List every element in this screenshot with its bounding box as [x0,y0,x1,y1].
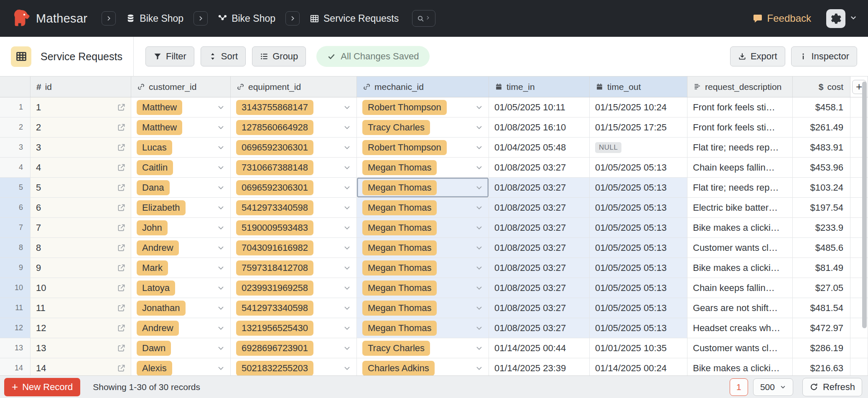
cell-request_description[interactable]: Front fork feels sti… [687,117,793,137]
vertical-scrollbar[interactable] [862,82,867,328]
cell-request_description[interactable]: Chain keeps fallin… [687,278,793,298]
cell-time_out[interactable]: 01/15/2025 17:25 [590,117,687,137]
cell-mechanic_id[interactable]: Megan Thomas [357,198,489,217]
cell-cost[interactable]: $27.05 [793,278,850,298]
breadcrumb-database[interactable]: Bike Shop [122,10,188,27]
cell-request_description[interactable]: Customer wants cl… [687,338,793,358]
cell-customer_id[interactable]: Latoya [131,278,231,298]
cell-customer_id[interactable]: Mark [131,258,231,278]
fk-value-pill[interactable]: 5021832255203 [236,361,313,376]
fk-value-pill[interactable]: 5412973340598 [236,200,313,215]
cell-time_out[interactable]: NULL [590,138,687,157]
cell-time_out[interactable]: 01/05/2025 05:13 [590,318,687,338]
row-number-header[interactable] [0,77,31,97]
column-header-time_out[interactable]: time_out [590,77,687,97]
cell-cost[interactable]: $481.54 [793,298,850,318]
row-number[interactable]: 14 [0,358,31,375]
cell-mechanic_id[interactable]: Charles Adkins [357,358,489,375]
cell-customer_id[interactable]: Dana [131,178,231,197]
cell-equipment_id[interactable]: 6928696723901 [231,338,357,358]
fk-value-pill[interactable]: Robert Thompson [362,100,447,115]
row-number[interactable]: 4 [0,158,31,177]
fk-value-pill[interactable]: 1278560664928 [236,120,313,135]
cell-mechanic_id[interactable]: Robert Thompson [357,97,489,117]
column-header-mechanic_id[interactable]: mechanic_id [357,77,489,97]
cell-time_in[interactable]: 01/05/2025 10:11 [489,97,590,117]
fk-value-pill[interactable]: Dawn [137,341,171,356]
column-header-cost[interactable]: $cost [793,77,850,97]
cell-request_description[interactable]: Front fork feels sti… [687,97,793,117]
page-size-select[interactable]: 500 [753,378,793,396]
cell-cost[interactable]: $216.63 [793,358,850,375]
fk-value-pill[interactable]: Megan Thomas [362,160,437,175]
brand-name[interactable]: Mathesar [36,12,87,26]
fk-value-pill[interactable]: 5412973340598 [236,301,313,316]
row-number[interactable]: 12 [0,318,31,338]
page-number-button[interactable]: 1 [730,378,748,396]
fk-value-pill[interactable]: Megan Thomas [362,200,437,215]
cell-id[interactable]: 12 [31,318,131,338]
row-number[interactable]: 1 [0,97,31,117]
fk-value-pill[interactable]: Lucas [137,140,172,155]
cell-cost[interactable]: $233.9 [793,218,850,237]
cell-cost[interactable]: $483.91 [793,138,850,157]
fk-value-pill[interactable]: Megan Thomas [362,301,437,316]
cell-id[interactable]: 7 [31,218,131,237]
cell-request_description[interactable]: Gears are not shift… [687,298,793,318]
cell-request_description[interactable]: Chain keeps fallin… [687,158,793,177]
row-number[interactable]: 13 [0,338,31,358]
cell-cost[interactable]: $81.49 [793,258,850,278]
cell-time_in[interactable]: 01/14/2025 00:44 [489,338,590,358]
cell-time_in[interactable]: 01/08/2025 03:27 [489,258,590,278]
cell-time_in[interactable]: 01/08/2025 03:27 [489,198,590,217]
fk-value-pill[interactable]: Andrew [137,321,179,336]
cell-time_in[interactable]: 01/04/2025 05:48 [489,138,590,157]
refresh-button[interactable]: Refresh [802,378,862,396]
cell-cost[interactable]: $103.24 [793,178,850,197]
cell-customer_id[interactable]: Lucas [131,138,231,157]
cell-request_description[interactable]: Bike makes a clicki… [687,218,793,237]
cell-mechanic_id[interactable]: Tracy Charles [357,117,489,137]
cell-time_out[interactable]: 01/05/2025 05:13 [590,258,687,278]
row-number[interactable]: 8 [0,238,31,258]
cell-equipment_id[interactable]: 0239931969258 [231,278,357,298]
cell-time_out[interactable]: 01/05/2025 05:13 [590,178,687,197]
cell-cost[interactable]: $261.49 [793,117,850,137]
cell-time_in[interactable]: 01/14/2025 23:39 [489,358,590,375]
cell-mechanic_id[interactable]: Megan Thomas [357,298,489,318]
fk-value-pill[interactable]: 5190009593483 [236,220,313,235]
fk-value-pill[interactable]: Latoya [137,281,175,296]
fk-value-pill[interactable]: 6928696723901 [236,341,313,356]
cell-id[interactable]: 3 [31,138,131,157]
cell-mechanic_id[interactable]: Robert Thompson [357,138,489,157]
cell-request_description[interactable]: Electric bike batter… [687,198,793,217]
cell-equipment_id[interactable]: 3143755868147 [231,97,357,117]
column-header-request_description[interactable]: request_description [687,77,793,97]
fk-value-pill[interactable]: Dana [137,180,170,195]
fk-value-pill[interactable]: Caitlin [137,160,173,175]
cell-time_out[interactable]: 01/15/2025 10:24 [590,97,687,117]
cell-mechanic_id[interactable]: Megan Thomas [357,178,489,197]
cell-id[interactable]: 11 [31,298,131,318]
cell-equipment_id[interactable]: 7310667388148 [231,158,357,177]
row-number[interactable]: 5 [0,178,31,197]
cell-time_in[interactable]: 01/08/2025 03:27 [489,158,590,177]
cell-customer_id[interactable]: Dawn [131,338,231,358]
cell-equipment_id[interactable]: 5412973340598 [231,198,357,217]
cell-time_in[interactable]: 01/08/2025 03:27 [489,178,590,197]
cell-mechanic_id[interactable]: Megan Thomas [357,318,489,338]
cell-time_in[interactable]: 01/08/2025 03:27 [489,238,590,258]
cell-id[interactable]: 14 [31,358,131,375]
row-number[interactable]: 2 [0,117,31,137]
cell-time_out[interactable]: 01/01/2025 10:35 [590,338,687,358]
fk-value-pill[interactable]: 7043091616982 [236,240,313,255]
cell-id[interactable]: 10 [31,278,131,298]
cell-mechanic_id[interactable]: Megan Thomas [357,158,489,177]
cell-customer_id[interactable]: Jonathan [131,298,231,318]
cell-time_in[interactable]: 01/08/2025 03:27 [489,278,590,298]
breadcrumb-schema[interactable]: Bike Shop [214,10,280,27]
cell-mechanic_id[interactable]: Megan Thomas [357,278,489,298]
cell-time_out[interactable]: 01/14/2025 00:24 [590,358,687,375]
cell-time_in[interactable]: 01/08/2025 03:27 [489,318,590,338]
fk-value-pill[interactable]: Megan Thomas [362,220,437,235]
